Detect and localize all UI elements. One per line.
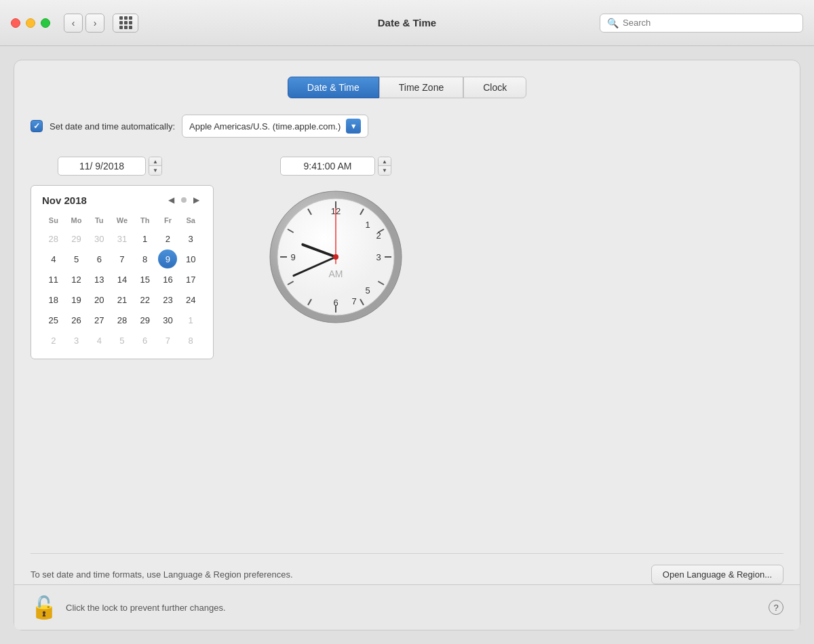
cal-day[interactable]: 4: [44, 249, 63, 268]
search-input[interactable]: [623, 18, 796, 28]
svg-text:5: 5: [365, 285, 370, 296]
day-header-fr: Fr: [157, 214, 180, 228]
cal-day[interactable]: 20: [90, 290, 109, 309]
back-button[interactable]: ‹: [64, 14, 83, 33]
cal-day[interactable]: 26: [67, 310, 86, 329]
calendar-next-button[interactable]: ▶: [191, 194, 202, 206]
lock-bar: 🔓 Click the lock to prevent further chan…: [14, 584, 800, 630]
tab-time-zone[interactable]: Time Zone: [379, 77, 463, 98]
cal-day[interactable]: 1: [181, 310, 200, 329]
calendar: Nov 2018 ◀ ▶ Su Mo Tu We Th: [31, 185, 214, 359]
svg-point-26: [333, 254, 338, 260]
cal-day[interactable]: 5: [113, 331, 132, 350]
cal-day[interactable]: 31: [113, 229, 132, 248]
svg-text:9: 9: [290, 252, 295, 262]
cal-day[interactable]: 28: [44, 229, 63, 248]
cal-day[interactable]: 3: [181, 229, 200, 248]
svg-text:2: 2: [376, 230, 381, 241]
cal-day[interactable]: 19: [67, 290, 86, 309]
maximize-button[interactable]: [41, 18, 50, 28]
ntp-server-value: Apple Americas/U.S. (time.apple.com.): [189, 121, 341, 132]
date-input-row: ▲ ▼: [58, 157, 162, 176]
settings-panel: Date & Time Time Zone Clock ✓ Set date a…: [14, 60, 800, 630]
cal-day[interactable]: 7: [113, 249, 132, 268]
cal-day[interactable]: 4: [90, 331, 109, 350]
svg-text:AM: AM: [329, 268, 343, 279]
calendar-header: Nov 2018 ◀ ▶: [42, 194, 202, 206]
cal-day[interactable]: 3: [67, 331, 86, 350]
date-increment-button[interactable]: ▲: [149, 157, 161, 166]
date-stepper[interactable]: ▲ ▼: [149, 157, 162, 176]
svg-text:7: 7: [351, 296, 356, 306]
cal-day[interactable]: 1: [136, 229, 155, 248]
cal-day[interactable]: 18: [44, 290, 63, 309]
calendar-prev-button[interactable]: ◀: [166, 194, 177, 206]
close-button[interactable]: [11, 18, 20, 28]
cal-day[interactable]: 8: [136, 249, 155, 268]
svg-text:3: 3: [376, 252, 381, 262]
time-stepper[interactable]: ▲ ▼: [378, 157, 391, 176]
date-decrement-button[interactable]: ▼: [149, 166, 161, 175]
cal-day[interactable]: 2: [158, 229, 177, 248]
ntp-server-dropdown[interactable]: Apple Americas/U.S. (time.apple.com.) ▼: [182, 115, 368, 138]
auto-time-label: Set date and time automatically:: [50, 121, 175, 132]
cal-day[interactable]: 23: [158, 290, 177, 309]
cal-day[interactable]: 30: [90, 229, 109, 248]
svg-text:6: 6: [333, 298, 338, 308]
main-content: Date & Time Time Zone Clock ✓ Set date a…: [0, 46, 814, 644]
calendar-month-year: Nov 2018: [42, 195, 87, 206]
date-input[interactable]: [58, 157, 146, 176]
cal-day[interactable]: 30: [158, 310, 177, 329]
cal-day[interactable]: 21: [113, 290, 132, 309]
cal-day[interactable]: 24: [181, 290, 200, 309]
minimize-button[interactable]: [26, 18, 35, 28]
cal-day[interactable]: 10: [181, 249, 200, 268]
day-header-mo: Mo: [65, 214, 88, 228]
cal-day[interactable]: 22: [136, 290, 155, 309]
cal-day[interactable]: 2: [44, 331, 63, 350]
checkmark-icon: ✓: [33, 121, 40, 131]
time-increment-button[interactable]: ▲: [379, 157, 391, 166]
calendar-today-dot[interactable]: [181, 197, 187, 203]
help-button[interactable]: ?: [769, 600, 783, 615]
cal-day[interactable]: 6: [136, 331, 155, 350]
tab-date-time[interactable]: Date & Time: [288, 77, 379, 98]
traffic-lights: [11, 18, 50, 28]
cal-day[interactable]: 7: [158, 331, 177, 350]
cal-day[interactable]: 11: [44, 270, 63, 289]
day-header-sa: Sa: [179, 214, 202, 228]
forward-button[interactable]: ›: [85, 14, 104, 33]
search-box[interactable]: 🔍: [600, 14, 803, 33]
time-section: ▲ ▼: [268, 157, 404, 325]
grid-view-button[interactable]: [113, 14, 138, 33]
cal-day[interactable]: 13: [90, 270, 109, 289]
grid-icon: [119, 16, 132, 29]
auto-time-row: ✓ Set date and time automatically: Apple…: [31, 115, 783, 138]
open-language-region-button[interactable]: Open Language & Region...: [651, 565, 783, 584]
cal-day[interactable]: 17: [181, 270, 200, 289]
dropdown-arrow-icon: ▼: [346, 119, 361, 134]
cal-day[interactable]: 29: [136, 310, 155, 329]
cal-day[interactable]: 14: [113, 270, 132, 289]
cal-day[interactable]: 5: [67, 249, 86, 268]
cal-day[interactable]: 15: [136, 270, 155, 289]
auto-time-checkbox[interactable]: ✓: [31, 120, 43, 132]
cal-day[interactable]: 28: [113, 310, 132, 329]
bottom-bar: To set date and time formats, use Langua…: [31, 553, 783, 584]
cal-day[interactable]: 8: [181, 331, 200, 350]
cal-day[interactable]: 6: [90, 249, 109, 268]
time-input[interactable]: [280, 157, 375, 176]
cal-day[interactable]: 12: [67, 270, 86, 289]
time-decrement-button[interactable]: ▼: [379, 166, 391, 175]
day-header-tu: Tu: [88, 214, 111, 228]
lock-icon[interactable]: 🔓: [31, 595, 58, 620]
tab-clock[interactable]: Clock: [463, 77, 526, 98]
cal-day[interactable]: 27: [90, 310, 109, 329]
cal-day[interactable]: 25: [44, 310, 63, 329]
cal-day[interactable]: 16: [158, 270, 177, 289]
day-header-we: We: [111, 214, 134, 228]
clock-svg: 12 3 6 9 1 2 5 7 AM: [268, 189, 404, 325]
cal-day[interactable]: 29: [67, 229, 86, 248]
cal-day-selected[interactable]: 9: [158, 249, 177, 268]
day-header-su: Su: [42, 214, 65, 228]
